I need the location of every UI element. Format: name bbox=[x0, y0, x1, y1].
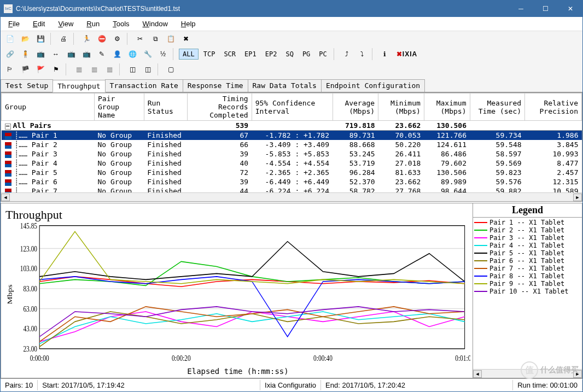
filter-tcp[interactable]: TCP bbox=[200, 49, 219, 60]
table-row[interactable]: ┊…… Pair 6 No GroupFinished39-6.449 : +6… bbox=[2, 177, 582, 186]
flag1-icon[interactable]: 🏳 bbox=[3, 63, 17, 76]
close-button[interactable]: ✕ bbox=[558, 1, 582, 17]
cut-icon[interactable]: ✂ bbox=[133, 32, 147, 45]
filter-sq[interactable]: SQ bbox=[282, 49, 297, 60]
legend-item[interactable]: Pair 5 -- X1 Tablet bbox=[474, 249, 581, 257]
menu-window[interactable]: Window bbox=[137, 19, 173, 29]
run-icon[interactable]: 🏃 bbox=[79, 32, 94, 45]
tool-icon[interactable]: ⚙ bbox=[110, 32, 124, 45]
chart-panel: Throughput 23.0043.0063.0083.00103.00123… bbox=[1, 203, 582, 378]
col-ci[interactable]: 95% Confidence Interval bbox=[252, 93, 333, 121]
tab-throughput[interactable]: Throughput bbox=[53, 80, 105, 92]
menu-help[interactable]: Help bbox=[176, 19, 201, 29]
new-icon[interactable]: 📄 bbox=[3, 32, 17, 45]
tv1-icon[interactable]: 📺 bbox=[33, 48, 48, 61]
col-pair-group[interactable]: Pair Group Name bbox=[95, 93, 144, 121]
in-icon[interactable]: ⤵ bbox=[355, 48, 369, 61]
pair-icon bbox=[5, 170, 11, 177]
pair-icon bbox=[5, 133, 11, 139]
legend-item[interactable]: Pair 8 -- X1 Tablet bbox=[474, 272, 581, 280]
grp3-icon[interactable]: ▦ bbox=[102, 63, 116, 76]
filter-all[interactable]: ALL bbox=[179, 49, 199, 60]
grid-scroll-h[interactable]: ◄ ► bbox=[1, 192, 582, 201]
legend-panel: Legend Pair 1 -- X1 Tablet Pair 2 -- X1 … bbox=[473, 203, 582, 378]
filter-scr[interactable]: SCR bbox=[220, 49, 240, 60]
summary-row[interactable]: –All Pairs 539719.818 23.662130.506 bbox=[2, 121, 582, 131]
user-icon[interactable]: 👤 bbox=[110, 48, 124, 61]
maximize-button[interactable]: ☐ bbox=[533, 1, 558, 17]
flag3-icon[interactable]: 🚩 bbox=[33, 63, 48, 76]
diag2-icon[interactable]: ◫ bbox=[141, 63, 155, 76]
print-icon[interactable]: 🖨 bbox=[56, 32, 71, 45]
col-max[interactable]: Maximum (Mbps) bbox=[424, 93, 470, 121]
table-row[interactable]: ┊…… Pair 3 No GroupFinished39-5.853 : +5… bbox=[2, 149, 582, 159]
col-time[interactable]: Measured Time (sec) bbox=[470, 93, 525, 121]
save-icon[interactable]: 💾 bbox=[33, 32, 48, 45]
cfg-icon[interactable]: 🔧 bbox=[141, 48, 155, 61]
tab-response-time[interactable]: Response Time bbox=[183, 79, 248, 92]
toolbar-area: 📄 📂 💾 🖨 🏃 ⛔ ⚙ ✂ ⧉ 📋 ✖ 🔗 🧍 📺 ↔ 📺 📺 ✎ 👤 🌐 … bbox=[1, 31, 582, 77]
legend-scroll-h[interactable]: ◄ ► bbox=[473, 369, 582, 378]
table-row[interactable]: ┊…… Pair 4 No GroupFinished40-4.554 : +4… bbox=[2, 159, 582, 168]
diag1-icon[interactable]: ◫ bbox=[125, 63, 139, 76]
filter-pg[interactable]: PG bbox=[299, 49, 314, 60]
tab-transaction-rate[interactable]: Transaction Rate bbox=[105, 79, 183, 92]
copy-icon[interactable]: ⧉ bbox=[148, 32, 162, 45]
tab-test-setup[interactable]: Test Setup bbox=[1, 79, 53, 92]
scroll-right-icon[interactable]: ► bbox=[573, 370, 582, 378]
col-records[interactable]: Timing Records Completed bbox=[188, 93, 252, 121]
col-min[interactable]: Minimum (Mbps) bbox=[378, 93, 424, 121]
legend-item[interactable]: Pair 6 -- X1 Tablet bbox=[474, 257, 581, 265]
scroll-right-icon[interactable]: ► bbox=[573, 194, 582, 201]
edit-icon[interactable]: ✎ bbox=[95, 48, 109, 61]
stop-icon[interactable]: ⛔ bbox=[95, 32, 109, 45]
scroll-left-icon[interactable]: ◄ bbox=[473, 370, 482, 378]
legend-item[interactable]: Pair 3 -- X1 Tablet bbox=[474, 234, 581, 242]
menu-view[interactable]: View bbox=[53, 19, 79, 29]
col-run-status[interactable]: Run Status bbox=[144, 93, 187, 121]
out-icon[interactable]: ⤴ bbox=[340, 48, 354, 61]
menu-file[interactable]: File bbox=[3, 19, 25, 29]
col-prec[interactable]: Relative Precision bbox=[525, 93, 582, 121]
menu-tools[interactable]: Tools bbox=[107, 19, 135, 29]
menu-edit[interactable]: Edit bbox=[27, 19, 50, 29]
tab-endpoint-config[interactable]: Endpoint Configuration bbox=[321, 79, 425, 92]
tab-raw-data[interactable]: Raw Data Totals bbox=[248, 79, 322, 92]
net-icon[interactable]: 🌐 bbox=[125, 48, 139, 61]
svg-text:83.00: 83.00 bbox=[23, 284, 37, 294]
pair-icon[interactable]: 🔗 bbox=[3, 48, 17, 61]
table-row[interactable]: ┊…… Pair 7 No GroupFinished44-6.224 : +6… bbox=[2, 186, 582, 192]
legend-item[interactable]: Pair 10 -- X1 Tablet bbox=[474, 288, 581, 295]
node-icon[interactable]: 🧍 bbox=[18, 48, 32, 61]
col-group[interactable]: Group bbox=[2, 93, 95, 121]
menu-run[interactable]: Run bbox=[81, 19, 105, 29]
flag2-icon[interactable]: 🏴 bbox=[18, 63, 32, 76]
legend-item[interactable]: Pair 1 -- X1 Tablet bbox=[474, 219, 581, 226]
legend-item[interactable]: Pair 4 -- X1 Tablet bbox=[474, 242, 581, 249]
table-row[interactable]: ┊…… Pair 5 No GroupFinished72-2.365 : +2… bbox=[2, 168, 582, 177]
tv3-icon[interactable]: 📺 bbox=[79, 48, 94, 61]
legend-item[interactable]: Pair 2 -- X1 Tablet bbox=[474, 226, 581, 234]
box-icon[interactable]: ▢ bbox=[164, 63, 178, 76]
flag4-icon[interactable]: ⚑ bbox=[49, 63, 63, 76]
flow-icon[interactable]: ↔ bbox=[49, 48, 63, 61]
grp2-icon[interactable]: ▦ bbox=[87, 63, 101, 76]
filter-ep1[interactable]: EP1 bbox=[241, 49, 260, 60]
filter-pc[interactable]: PC bbox=[315, 49, 330, 60]
open-icon[interactable]: 📂 bbox=[18, 32, 32, 45]
col-avg[interactable]: Average (Mbps) bbox=[333, 93, 378, 121]
num-icon[interactable]: ½ bbox=[156, 48, 170, 61]
tv2-icon[interactable]: 📺 bbox=[64, 48, 78, 61]
grp1-icon[interactable]: ▦ bbox=[72, 63, 86, 76]
table-row[interactable]: ┊…… Pair 1 No GroupFinished67-1.782 : +1… bbox=[2, 131, 582, 141]
info-icon[interactable]: ℹ bbox=[378, 48, 392, 61]
legend-item[interactable]: Pair 9 -- X1 Tablet bbox=[474, 280, 581, 288]
minimize-button[interactable]: ─ bbox=[509, 1, 533, 17]
table-row[interactable]: ┊…… Pair 2 No GroupFinished66-3.409 : +3… bbox=[2, 140, 582, 149]
legend-item[interactable]: Pair 7 -- X1 Tablet bbox=[474, 265, 581, 272]
filter-ep2[interactable]: EP2 bbox=[261, 49, 281, 60]
scroll-left-icon[interactable]: ◄ bbox=[1, 194, 10, 201]
paste-icon[interactable]: 📋 bbox=[164, 32, 178, 45]
chart-plot[interactable]: 23.0043.0063.0083.00103.00123.00145.850:… bbox=[5, 222, 470, 367]
delete-icon[interactable]: ✖ bbox=[179, 32, 193, 45]
